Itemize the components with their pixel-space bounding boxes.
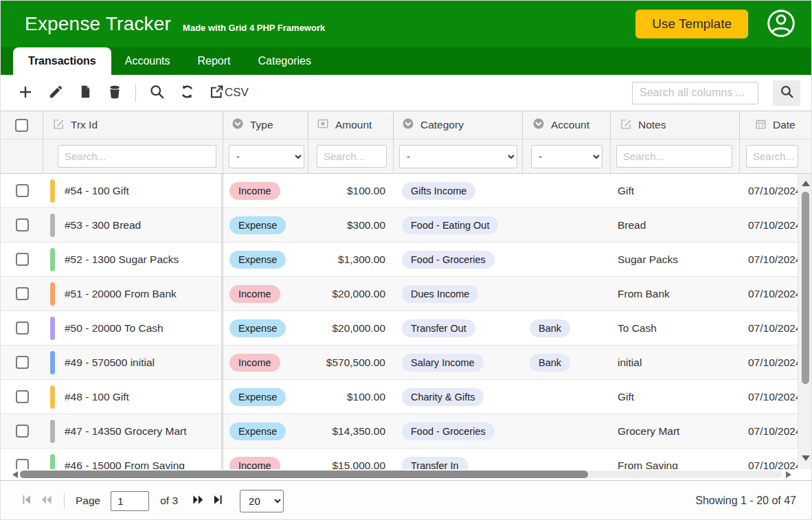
page-number-input[interactable] [111,491,149,511]
date-text: 07/10/2024 [748,425,802,438]
first-page-icon [20,493,33,508]
row-checkbox[interactable] [16,390,29,403]
column-header-category[interactable]: Category [394,111,523,139]
horizontal-scrollbar-thumb[interactable] [20,471,588,478]
use-template-button[interactable]: Use Template [635,10,748,38]
export-icon [210,84,224,101]
filter-cell-empty [1,139,43,173]
date-text: 07/10/2024 [748,219,802,231]
add-record-button[interactable] [16,82,35,104]
table-row[interactable]: #53 - 300 Bread Expense $300.00 Food - E… [1,208,812,242]
column-label: Notes [638,119,666,131]
column-header-type[interactable]: Type [223,111,308,139]
search-icon [149,84,165,102]
date-text: 07/10/2024 [748,357,802,369]
category-filter-select[interactable]: - [399,145,517,168]
column-header-account[interactable]: Account [523,111,611,139]
row-color-bar [50,214,55,237]
page-label: Page [76,495,100,507]
vertical-scrollbar-thumb[interactable] [802,192,809,384]
type-badge: Expense [229,319,286,337]
trx-id-filter-input[interactable] [58,145,216,168]
refresh-button[interactable] [178,82,196,103]
column-header-notes[interactable]: Notes [611,111,740,139]
tab-transactions[interactable]: Transactions [13,47,111,75]
user-avatar-button[interactable] [766,8,796,41]
page-size-select[interactable]: 20 [240,490,284,512]
account-filter-select[interactable]: - [531,145,602,168]
table-row[interactable]: #48 - 100 Gift Expense $100.00 Charity &… [1,380,812,414]
row-color-bar [50,282,55,306]
row-checkbox[interactable] [16,287,29,300]
amount-value: $20,000.00 [332,322,385,335]
select-all-checkbox[interactable] [15,119,28,132]
row-checkbox[interactable] [16,459,29,469]
row-checkbox[interactable] [16,321,29,335]
date-text: 07/10/2024 [748,460,802,470]
scroll-up-arrow[interactable] [802,181,810,186]
date-text: 07/10/2024 [748,253,802,266]
notes-text: initial [618,357,642,369]
row-checkbox[interactable] [16,425,29,438]
tab-accounts[interactable]: Accounts [111,47,184,75]
table-row[interactable]: #51 - 20000 From Bank Income $20,000.00 … [1,277,812,311]
account-badge: Bank [530,319,570,337]
export-csv-button[interactable]: CSV [208,83,250,102]
category-badge: Dues Income [402,285,478,303]
date-text: 07/10/2024 [748,322,802,335]
vertical-scrollbar[interactable] [798,174,812,469]
delete-record-button[interactable] [106,83,124,103]
app-title: Expense Tracker [25,13,171,35]
column-header-trx-id[interactable]: Trx Id [43,111,223,139]
edit-icon [53,118,65,133]
table-row[interactable]: #46 - 15000 From Saving Income $15,000.0… [1,449,812,469]
tab-categories[interactable]: Categories [245,47,325,75]
scroll-right-arrow[interactable] [786,471,791,478]
plus-icon [17,84,34,102]
row-checkbox[interactable] [16,184,29,197]
column-header-amount[interactable]: Amount [308,111,394,139]
table-row[interactable]: #54 - 100 Gift Income $100.00 Gifts Inco… [1,174,812,208]
amount-value: $100.00 [347,391,385,403]
edit-record-button[interactable] [47,82,65,103]
row-checkbox[interactable] [16,356,29,369]
transaction-id-text: #47 - 14350 Grocery Mart [65,425,186,438]
transaction-id-text: #46 - 15000 From Saving [65,460,185,470]
column-header-date[interactable]: Date [740,111,812,139]
date-filter-input[interactable] [746,145,798,168]
search-all-input[interactable] [632,82,758,104]
duplicate-record-button[interactable] [77,83,94,102]
type-filter-select[interactable]: - [229,145,304,168]
amount-value: $20,000.00 [332,288,385,300]
next-page-button[interactable] [190,492,206,510]
search-toggle-button[interactable] [148,82,166,103]
transaction-id-text: #50 - 20000 To Cash [65,322,163,335]
last-page-button[interactable] [210,492,226,510]
tab-report[interactable]: Report [184,47,245,75]
search-all-button[interactable] [773,80,800,106]
refresh-icon [179,84,195,102]
scroll-down-arrow[interactable] [802,455,810,461]
type-badge: Expense [229,251,286,269]
table-row[interactable]: #49 - 570500 initial Income $570,500.00 … [1,346,812,380]
amount-filter-input[interactable] [317,145,387,168]
notes-text: To Cash [618,322,657,335]
previous-page-button[interactable] [38,492,54,510]
transaction-id-text: #52 - 1300 Sugar Packs [65,253,179,266]
first-page-button[interactable] [19,492,34,510]
user-icon [766,8,796,41]
row-checkbox[interactable] [16,253,29,266]
category-badge: Transfer Out [402,319,475,337]
grid-toolbar: CSV [1,75,811,111]
table-row[interactable]: #47 - 14350 Grocery Mart Expense $14,350… [1,414,812,449]
amount-value: $300.00 [347,219,385,231]
notes-filter-input[interactable] [616,145,732,168]
horizontal-scrollbar[interactable] [1,469,812,480]
table-row[interactable]: #52 - 1300 Sugar Packs Expense $1,300.00… [1,242,812,277]
row-checkbox[interactable] [16,218,29,231]
file-icon [78,84,93,101]
scroll-left-arrow[interactable] [12,471,18,478]
date-text: 07/10/2024 [748,391,802,403]
pagination-footer: Page of 3 20 Showing 1 - 20 of 47 [1,480,811,520]
table-row[interactable]: #50 - 20000 To Cash Expense $20,000.00 T… [1,311,812,346]
